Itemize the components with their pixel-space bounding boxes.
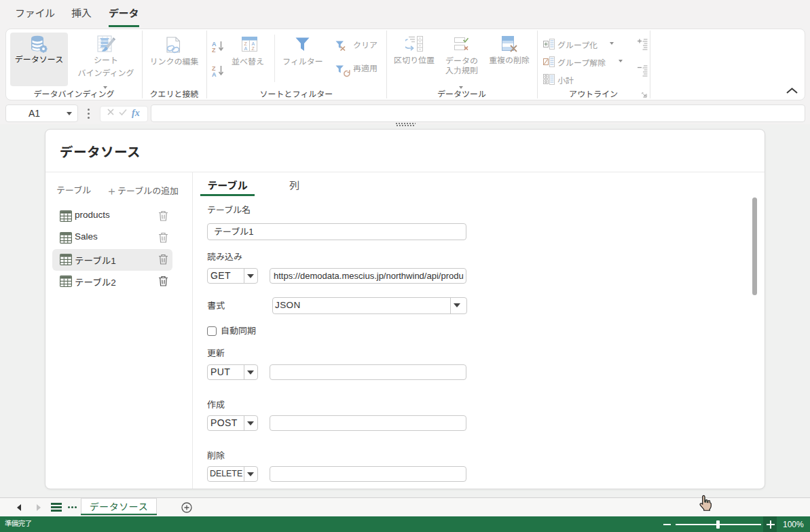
svg-text:A: A: [252, 41, 255, 46]
svg-text:A: A: [244, 46, 248, 51]
svg-text:Z: Z: [252, 46, 255, 51]
svg-text:A: A: [212, 71, 217, 77]
svg-text:Z: Z: [212, 47, 216, 53]
svg-text:Z: Z: [244, 41, 248, 46]
